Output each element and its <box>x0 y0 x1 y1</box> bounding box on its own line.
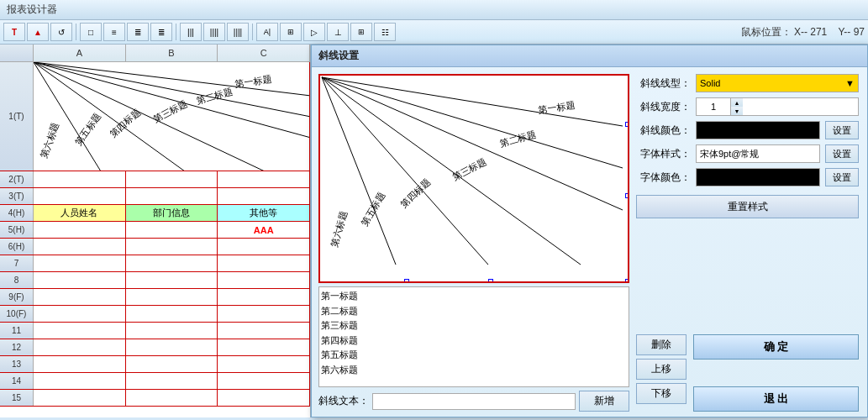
row2-cell-b[interactable] <box>126 171 218 187</box>
text-list-item[interactable]: 第二标题 <box>321 304 627 319</box>
row7-cell-b[interactable] <box>126 255 218 271</box>
row5-cell-a[interactable] <box>34 222 126 238</box>
row3-cell-a[interactable] <box>34 188 126 204</box>
row9-cell-a[interactable] <box>34 289 126 305</box>
row11-cell-a[interactable] <box>34 323 126 339</box>
line-type-value: Solid <box>700 78 720 88</box>
row11-cell-b[interactable] <box>126 323 218 339</box>
line-type-select[interactable]: Solid ▼ <box>696 74 859 92</box>
text-list-item[interactable]: 第四标题 <box>321 333 627 349</box>
row7-cell-c[interactable] <box>218 255 310 271</box>
handle-right-top[interactable] <box>625 122 629 127</box>
sep1 <box>76 24 76 40</box>
spin-up-button[interactable]: ▲ <box>731 98 743 107</box>
row12-cell-a[interactable] <box>34 339 126 355</box>
row15-cell-c[interactable] <box>218 390 310 406</box>
row15-cell-b[interactable] <box>126 390 218 406</box>
row5-cell-b[interactable] <box>126 222 218 238</box>
row2-cell-c[interactable] <box>218 171 310 187</box>
row3-cell-c[interactable] <box>218 188 310 204</box>
col-header-c: C <box>218 45 310 61</box>
row5-cell-c[interactable]: AAA <box>218 222 310 238</box>
row-13: 13 <box>0 356 310 373</box>
toolbar-btn-list[interactable]: ☷ <box>374 23 396 41</box>
spreadsheet: A B C 1(T) 第一标题 第二标题 第三 <box>0 45 311 417</box>
toolbar-btn-play[interactable]: ▷ <box>303 23 325 41</box>
dialog-body: 第一标题 第二标题 第三标题 第四标题 第五标题 第六标题 <box>312 67 867 418</box>
toolbar-btn-fill[interactable]: ▲ <box>27 23 49 41</box>
row9-cell-c[interactable] <box>218 289 310 305</box>
down-button[interactable]: 下移 <box>636 383 687 404</box>
row11-cell-c[interactable] <box>218 323 310 339</box>
handle-bottom-mid[interactable] <box>488 279 493 283</box>
row6-cell-b[interactable] <box>126 239 218 255</box>
font-color-set-button[interactable]: 设置 <box>825 168 859 186</box>
handle-bottom-left[interactable] <box>404 279 409 283</box>
row14-cell-a[interactable] <box>34 373 126 389</box>
row-2: 2(T) <box>0 171 310 188</box>
confirm-button[interactable]: 确 定 <box>693 334 859 360</box>
row-header-12: 12 <box>0 339 34 355</box>
text-input-field[interactable] <box>372 393 576 410</box>
row10-cell-a[interactable] <box>34 306 126 322</box>
toolbar-btn-cols1[interactable]: ||| <box>180 23 202 41</box>
text-input-label: 斜线文本： <box>318 394 369 408</box>
row6-cell-c[interactable] <box>218 239 310 255</box>
toolbar-btn-t[interactable]: T <box>3 23 25 41</box>
row9-cell-b[interactable] <box>126 289 218 305</box>
text-list-item[interactable]: 第六标题 <box>321 363 627 378</box>
row10-cell-c[interactable] <box>218 306 310 322</box>
row2-cell-a[interactable] <box>34 171 126 187</box>
row3-cell-b[interactable] <box>126 188 218 204</box>
row15-cell-a[interactable] <box>34 390 126 406</box>
toolbar-btn-grid1[interactable]: A| <box>256 23 278 41</box>
row12-cell-b[interactable] <box>126 339 218 355</box>
row8-cell-b[interactable] <box>126 272 218 288</box>
up-button[interactable]: 上移 <box>636 359 687 380</box>
delete-button[interactable]: 删除 <box>636 334 687 355</box>
row4-cell-a[interactable]: 人员姓名 <box>34 205 126 221</box>
font-style-label: 字体样式： <box>636 147 691 161</box>
handle-right-mid[interactable] <box>625 193 629 198</box>
dialog-title: 斜线设置 <box>312 45 867 67</box>
row-header-11: 11 <box>0 323 34 339</box>
toolbar-btn-cols3[interactable]: |||| <box>227 23 249 41</box>
line-color-set-button[interactable]: 设置 <box>825 121 859 139</box>
row6-cell-a[interactable] <box>34 239 126 255</box>
row14-cell-b[interactable] <box>126 373 218 389</box>
row4-cell-b[interactable]: 部门信息 <box>126 205 218 221</box>
preview-canvas[interactable]: 第一标题 第二标题 第三标题 第四标题 第五标题 第六标题 <box>318 74 629 283</box>
row13-cell-c[interactable] <box>218 356 310 372</box>
row14-cell-c[interactable] <box>218 373 310 389</box>
row8-cell-a[interactable] <box>34 272 126 288</box>
row13-cell-a[interactable] <box>34 356 126 372</box>
row12-cell-c[interactable] <box>218 339 310 355</box>
row-4: 4(H) 人员姓名 部门信息 其他等 <box>0 205 310 222</box>
toolbar-btn-align1[interactable]: ≡ <box>103 23 125 41</box>
spin-down-button[interactable]: ▼ <box>731 107 743 115</box>
toolbar-btn-grid3[interactable]: ⊞ <box>350 23 372 41</box>
add-button[interactable]: 新增 <box>579 391 629 412</box>
reset-style-button[interactable]: 重置样式 <box>636 195 859 218</box>
toolbar-btn-grid2[interactable]: ⊞ <box>280 23 302 41</box>
text-list-item[interactable]: 第一标题 <box>321 289 627 304</box>
toolbar-btn-anchor[interactable]: ⊥ <box>327 23 349 41</box>
row13-cell-b[interactable] <box>126 356 218 372</box>
text-list-item[interactable]: 第五标题 <box>321 348 627 363</box>
row1-merged-cell[interactable]: 第一标题 第二标题 第三标题 第四标题 第五标题 第六标题 <box>34 62 310 171</box>
toolbar-btn-align2[interactable]: ≣ <box>127 23 149 41</box>
toolbar-btn-undo[interactable]: ↺ <box>50 23 72 41</box>
handle-bottom-right[interactable] <box>625 279 629 283</box>
text-list-item[interactable]: 第三标题 <box>321 318 627 333</box>
text-list-area[interactable]: 第一标题 第二标题 第三标题 第四标题 第五标题 第六标题 <box>318 286 629 387</box>
row8-cell-c[interactable] <box>218 272 310 288</box>
row4-cell-c[interactable]: 其他等 <box>218 205 310 221</box>
row-9: 9(F) <box>0 289 310 306</box>
row7-cell-a[interactable] <box>34 255 126 271</box>
row10-cell-b[interactable] <box>126 306 218 322</box>
toolbar-btn-rect[interactable]: □ <box>80 23 102 41</box>
toolbar-btn-align3[interactable]: ≣ <box>150 23 172 41</box>
toolbar-btn-cols2[interactable]: |||| <box>203 23 225 41</box>
font-style-set-button[interactable]: 设置 <box>825 144 859 163</box>
exit-button[interactable]: 退 出 <box>693 386 859 412</box>
